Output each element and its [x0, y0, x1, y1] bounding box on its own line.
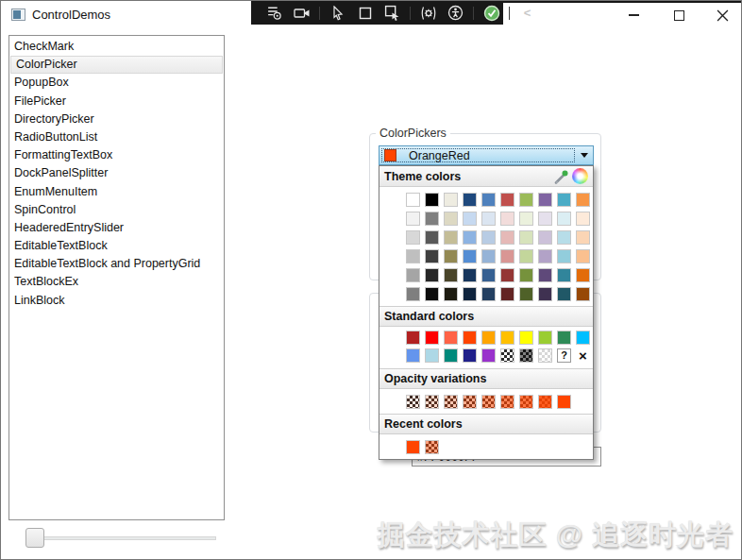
color-swatch[interactable]: [481, 287, 496, 301]
color-swatch[interactable]: [557, 395, 571, 409]
combo-dropdown-button[interactable]: [576, 146, 593, 164]
color-swatch[interactable]: [519, 287, 533, 301]
color-swatch[interactable]: [406, 287, 420, 301]
color-swatch[interactable]: [557, 287, 571, 301]
color-swatch[interactable]: [538, 348, 552, 363]
color-swatch[interactable]: [463, 212, 477, 226]
color-swatch[interactable]: [406, 395, 420, 409]
color-swatch[interactable]: [406, 230, 420, 245]
maximize-button[interactable]: [658, 1, 700, 29]
color-swatch[interactable]: [463, 395, 477, 409]
list-item[interactable]: TextBlockEx: [9, 273, 224, 291]
color-swatch[interactable]: [406, 331, 420, 345]
color-swatch[interactable]: [500, 395, 514, 409]
color-swatch[interactable]: [444, 212, 458, 226]
color-swatch[interactable]: [576, 331, 590, 345]
slider-track[interactable]: [29, 536, 216, 540]
list-item[interactable]: DirectoryPicker: [9, 110, 224, 128]
list-item[interactable]: EditableTextBlock: [9, 237, 224, 255]
color-swatch[interactable]: [481, 268, 496, 282]
color-swatch[interactable]: [576, 287, 590, 301]
color-swatch[interactable]: [538, 230, 552, 245]
color-swatch[interactable]: [519, 268, 533, 282]
color-swatch[interactable]: [500, 268, 514, 282]
list-item[interactable]: HeaderedEntrySlider: [9, 219, 224, 237]
list-item[interactable]: LinkBlock: [9, 292, 224, 310]
color-swatch[interactable]: [444, 268, 458, 282]
color-swatch[interactable]: [463, 193, 477, 207]
no-color-swatch[interactable]: ×: [576, 348, 590, 363]
color-swatch[interactable]: [406, 249, 420, 263]
confirm-button[interactable]: [481, 3, 501, 23]
color-swatch[interactable]: [538, 193, 552, 207]
color-swatch[interactable]: [538, 395, 552, 409]
slider-thumb[interactable]: [25, 528, 44, 548]
color-swatch[interactable]: [500, 287, 514, 301]
color-swatch[interactable]: [557, 268, 571, 282]
color-swatch[interactable]: [538, 331, 552, 345]
list-item[interactable]: SpinControl: [9, 201, 224, 219]
color-swatch[interactable]: [444, 395, 458, 409]
close-button[interactable]: [701, 1, 742, 29]
color-swatch[interactable]: [538, 212, 552, 226]
record-camera-button[interactable]: [292, 3, 312, 23]
color-swatch[interactable]: [576, 212, 590, 226]
colorpicker-combobox[interactable]: OrangeRed: [379, 145, 594, 165]
color-swatch[interactable]: [463, 230, 477, 245]
color-swatch[interactable]: [425, 395, 439, 409]
minimize-button[interactable]: [613, 1, 654, 29]
color-swatch[interactable]: [576, 249, 590, 263]
color-swatch[interactable]: [481, 249, 496, 263]
color-swatch[interactable]: [538, 287, 552, 301]
color-swatch[interactable]: [519, 193, 533, 207]
color-swatch[interactable]: [538, 268, 552, 282]
color-swatch[interactable]: [519, 230, 533, 245]
color-swatch[interactable]: [557, 212, 571, 226]
color-swatch[interactable]: [481, 212, 496, 226]
cursor-region-button[interactable]: [382, 3, 402, 23]
color-swatch[interactable]: [500, 249, 514, 263]
color-swatch[interactable]: [425, 440, 439, 454]
list-item[interactable]: FormattingTextBox: [9, 146, 224, 164]
color-swatch[interactable]: [425, 348, 439, 363]
list-item[interactable]: ColorPicker: [10, 56, 223, 74]
color-swatch[interactable]: [519, 212, 533, 226]
cursor-button[interactable]: [328, 3, 347, 23]
color-swatch[interactable]: [519, 331, 533, 345]
color-wheel-icon[interactable]: [572, 168, 588, 184]
custom-color-swatch[interactable]: ?: [557, 348, 571, 363]
color-swatch[interactable]: [481, 348, 496, 363]
color-swatch[interactable]: [500, 193, 514, 207]
color-swatch[interactable]: [557, 249, 571, 263]
color-swatch[interactable]: [425, 331, 439, 345]
color-swatch[interactable]: [500, 348, 514, 363]
region-frame-button[interactable]: [355, 3, 375, 23]
color-swatch[interactable]: [519, 249, 533, 263]
color-swatch[interactable]: [463, 348, 477, 363]
color-swatch[interactable]: [444, 348, 458, 363]
color-swatch[interactable]: [519, 395, 533, 409]
color-swatch[interactable]: [425, 212, 439, 226]
color-swatch[interactable]: [425, 287, 439, 301]
collapse-toolbar-button[interactable]: <: [517, 3, 537, 23]
control-list[interactable]: CheckMarkColorPickerPopupBoxFilePickerDi…: [8, 35, 225, 520]
color-swatch[interactable]: [406, 348, 420, 363]
color-swatch[interactable]: [481, 193, 496, 207]
color-swatch[interactable]: [425, 268, 439, 282]
color-swatch[interactable]: [444, 193, 458, 207]
color-swatch[interactable]: [557, 193, 571, 207]
color-swatch[interactable]: [463, 249, 477, 263]
color-swatch[interactable]: [425, 230, 439, 245]
color-swatch[interactable]: [519, 348, 533, 363]
color-swatch[interactable]: [444, 331, 458, 345]
color-swatch[interactable]: [576, 268, 590, 282]
color-swatch[interactable]: [557, 331, 571, 345]
color-swatch[interactable]: [406, 193, 420, 207]
list-item[interactable]: FilePicker: [9, 93, 224, 110]
list-item[interactable]: RadioButtonList: [9, 128, 224, 146]
list-item[interactable]: CheckMark: [9, 38, 224, 56]
accessibility-button[interactable]: [446, 3, 465, 23]
color-swatch[interactable]: [557, 230, 571, 245]
color-swatch[interactable]: [481, 230, 496, 245]
color-swatch[interactable]: [425, 249, 439, 263]
